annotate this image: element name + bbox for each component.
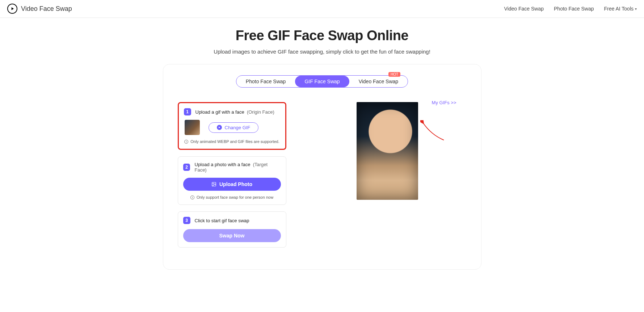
nav-photo-face-swap[interactable]: Photo Face Swap [554,6,594,12]
step-2-label: Upload a photo with a face (Target Face) [194,162,281,173]
nav-free-ai-tools[interactable]: Free AI Tools▾ [604,6,637,12]
step-1-note: i Only animated WEBP and GIF files are s… [184,139,280,144]
gif-preview [357,102,418,200]
tab-video-face-swap[interactable]: Video Face Swap HOT [349,76,408,87]
tab-photo-face-swap[interactable]: Photo Face Swap [236,76,295,87]
step-2: 2 Upload a photo with a face (Target Fac… [178,156,286,205]
step-3-label: Click to start gif face swap [195,218,249,223]
hot-badge: HOT [388,72,400,77]
svg-point-1 [213,183,214,184]
chevron-down-icon: ▾ [635,7,637,11]
step-3-number: 3 [183,217,190,224]
page-subtitle: Upload images to achieve GIF face swappi… [7,49,637,55]
header: Video Face Swap Video Face Swap Photo Fa… [0,0,644,18]
top-nav: Video Face Swap Photo Face Swap Free AI … [504,6,637,12]
steps-column: 1 Upload a gif with a face (Origin Face)… [178,102,286,248]
content-columns: 1 Upload a gif with a face (Origin Face)… [178,102,467,248]
gif-thumbnail[interactable] [185,120,200,135]
step-1-label: Upload a gif with a face (Origin Face) [195,109,274,115]
info-icon: i [190,195,194,199]
tabs: Photo Face Swap GIF Face Swap Video Face… [178,75,467,88]
annotation-arrow-icon [420,120,446,142]
step-1-number: 1 [184,108,191,115]
brand: Video Face Swap [7,4,72,14]
main-card: Photo Face Swap GIF Face Swap Video Face… [163,64,481,270]
swap-now-button[interactable]: Swap Now [183,229,281,242]
step-3: 3 Click to start gif face swap Swap Now [178,211,286,248]
image-icon [211,182,216,187]
step-2-number: 2 [183,164,190,171]
page-title: Free GIF Face Swap Online [7,28,637,43]
page: Free GIF Face Swap Online Upload images … [0,18,644,284]
preview-column: My GIFs >> [308,102,467,248]
my-gifs-link[interactable]: My GIFs >> [432,100,456,105]
play-icon [217,125,222,130]
brand-title: Video Face Swap [21,5,72,13]
brand-logo-icon [7,4,17,14]
tab-gif-face-swap[interactable]: GIF Face Swap [295,76,349,87]
step-2-note: i Only support face swap for one person … [183,195,281,199]
info-icon: i [184,140,188,144]
upload-photo-button[interactable]: Upload Photo [183,178,281,191]
nav-video-face-swap[interactable]: Video Face Swap [504,6,544,12]
change-gif-button[interactable]: Change GIF [209,122,259,133]
step-1: 1 Upload a gif with a face (Origin Face)… [178,102,286,150]
